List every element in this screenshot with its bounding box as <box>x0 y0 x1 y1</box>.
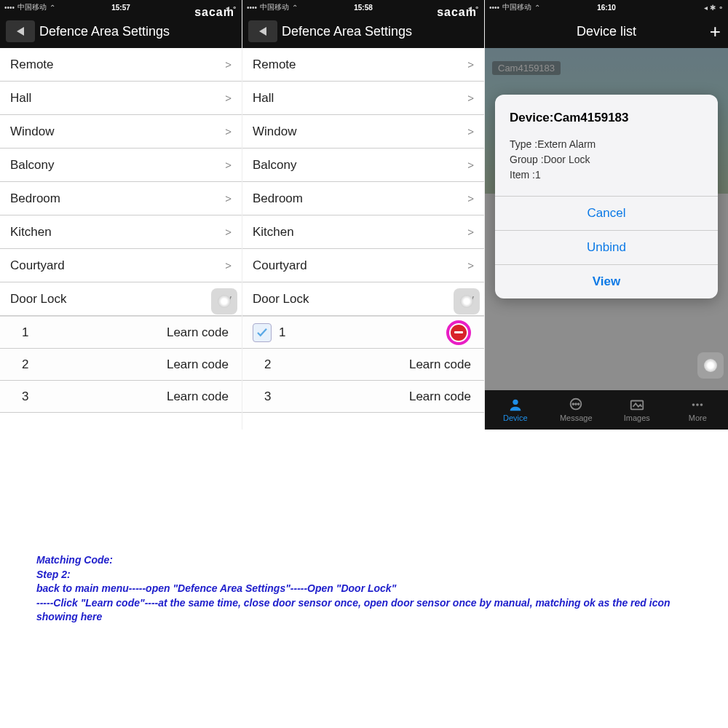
learn-row-2[interactable]: 2Learn code <box>242 349 484 381</box>
images-icon <box>629 397 645 412</box>
area-list: Remote> Hall> Window> Balcony> Bedroom> … <box>0 48 242 316</box>
area-row-kitchen[interactable]: Kitchen> <box>0 215 242 249</box>
tab-message[interactable]: Message <box>546 390 607 430</box>
learn-row-3[interactable]: 3Learn code <box>242 381 484 413</box>
area-row-balcony[interactable]: Balcony> <box>0 149 242 182</box>
assistive-touch[interactable] <box>697 352 724 379</box>
svg-point-8 <box>700 403 703 406</box>
learn-row-1[interactable]: 1Learn code <box>0 317 242 349</box>
check-icon[interactable] <box>253 323 272 342</box>
tab-bar: Device Message Images More <box>485 390 728 430</box>
back-button[interactable] <box>6 20 35 42</box>
area-row-kitchen[interactable]: Kitchen> <box>242 215 484 249</box>
more-icon <box>689 397 705 412</box>
screen-defence-2: sacam ••••中国移动⌃ 15:58 ◂ ⚬ Defence Area S… <box>242 0 485 430</box>
tab-more[interactable]: More <box>668 390 729 430</box>
area-row-hall[interactable]: Hall> <box>0 82 242 115</box>
area-row-bedroom[interactable]: Bedroom> <box>0 182 242 215</box>
view-button[interactable]: View <box>495 264 718 298</box>
area-row-remote[interactable]: Remote> <box>242 48 484 82</box>
carrier-label: 中国移动 <box>17 2 47 12</box>
tab-device[interactable]: Device <box>485 390 546 430</box>
cancel-button[interactable]: Cancel <box>495 196 718 230</box>
nav-bar: Defence Area Settings <box>0 15 242 48</box>
area-row-courtyard[interactable]: Courtyard> <box>242 249 484 282</box>
area-row-balcony[interactable]: Balcony> <box>242 149 484 182</box>
instructions-text: Matching Code: Step 2: back to main menu… <box>36 553 706 625</box>
assistive-touch[interactable] <box>211 288 237 314</box>
area-row-window[interactable]: Window> <box>0 115 242 149</box>
area-row-window[interactable]: Window> <box>242 115 484 149</box>
screen-device-list: ••••中国移动⌃ 16:10 ◂ ✱ ⚬ Device list + Cam4… <box>485 0 728 430</box>
delete-icon[interactable] <box>446 320 471 345</box>
svg-point-7 <box>696 403 699 406</box>
status-bar: ••••中国移动⌃ 16:10 ◂ ✱ ⚬ <box>485 0 728 15</box>
area-list: Remote> Hall> Window> Balcony> Bedroom> … <box>242 48 484 316</box>
page-title: Device list <box>577 24 636 39</box>
doorlock-sublist: 1 2Learn code 3Learn code <box>242 316 484 413</box>
svg-point-2 <box>573 403 574 405</box>
learn-row-1-matched[interactable]: 1 <box>242 317 484 349</box>
person-icon <box>507 397 523 412</box>
brand-logo: sacam <box>194 6 234 19</box>
svg-point-0 <box>513 400 518 405</box>
doorlock-sublist: 1Learn code 2Learn code 3Learn code <box>0 316 242 413</box>
svg-point-4 <box>578 403 579 405</box>
area-row-courtyard[interactable]: Courtyard> <box>0 249 242 282</box>
screen-defence-1: sacam ••••中国移动⌃ 15:57 ◂ ⚬ Defence Area S… <box>0 0 242 430</box>
area-row-bedroom[interactable]: Bedroom> <box>242 182 484 215</box>
message-icon <box>568 397 584 412</box>
alert-detail: Type :Extern Alarm Group :Door Lock Item… <box>510 137 703 183</box>
status-time: 15:57 <box>111 4 130 12</box>
page-title: Defence Area Settings <box>39 24 170 39</box>
assistive-touch[interactable] <box>454 288 480 314</box>
brand-logo: sacam <box>437 6 477 19</box>
area-row-remote[interactable]: Remote> <box>0 48 242 82</box>
area-row-doorlock[interactable]: Door Lockv <box>242 282 484 316</box>
learn-row-2[interactable]: 2Learn code <box>0 349 242 381</box>
unbind-button[interactable]: Unbind <box>495 230 718 264</box>
nav-bar: Defence Area Settings <box>242 15 484 48</box>
alarm-alert-sheet: Device:Cam4159183 Type :Extern Alarm Gro… <box>495 95 718 298</box>
tab-images[interactable]: Images <box>606 390 668 430</box>
add-device-button[interactable]: + <box>710 20 721 43</box>
svg-point-6 <box>692 403 695 406</box>
alert-title: Device:Cam4159183 <box>510 111 703 125</box>
svg-point-3 <box>575 403 577 405</box>
nav-bar: Device list + <box>485 15 728 48</box>
area-row-hall[interactable]: Hall> <box>242 82 484 115</box>
page-title: Defence Area Settings <box>282 24 412 39</box>
area-row-doorlock[interactable]: Door Lockv <box>0 282 242 316</box>
learn-row-3[interactable]: 3Learn code <box>0 381 242 413</box>
back-button[interactable] <box>248 20 277 42</box>
